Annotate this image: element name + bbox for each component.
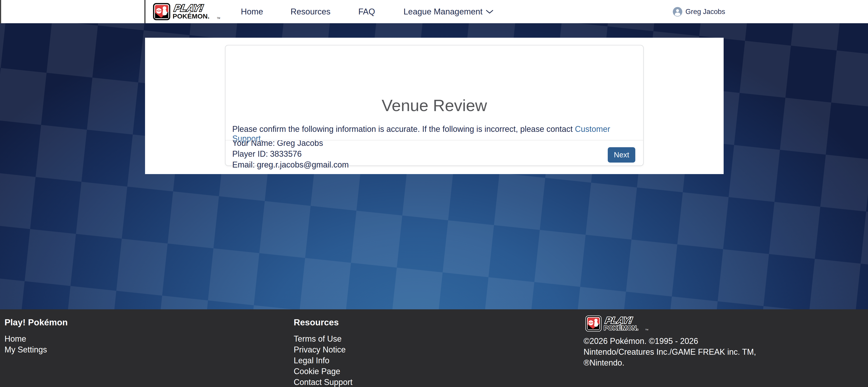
nav-item-resources[interactable]: Resources (290, 0, 331, 23)
field-your-name: Your Name:Greg Jacobs (232, 138, 349, 149)
nav-item-home[interactable]: Home (241, 0, 263, 23)
footer-resources-heading: Resources (294, 318, 339, 327)
confirmation-text-before: Please confirm the following information… (232, 124, 575, 134)
copyright-line-3: ®Nintendo. (584, 357, 756, 368)
footer-play-pokemon-logo-art: PLAY! POKÉMON. TM (584, 315, 650, 332)
field-email-label: Email: (232, 160, 255, 169)
venue-review-card: Venue Review Please confirm the followin… (225, 45, 644, 166)
svg-text:TM: TM (217, 17, 220, 20)
play-pokemon-logo[interactable]: PLAY! POKÉMON. TM (153, 3, 220, 21)
player-info-list: Your Name:Greg Jacobs Player ID:3833576 … (232, 138, 349, 170)
nav-item-faq[interactable]: FAQ (358, 0, 375, 23)
card-footer-divider (225, 140, 643, 140)
footer-play-pokemon-logo: PLAY! POKÉMON. TM (584, 315, 650, 333)
top-navigation-bar: PLAY! POKÉMON. TM Home Resources FAQ Lea… (0, 0, 868, 23)
nav-item-league-management[interactable]: League Management (403, 0, 493, 23)
footer-link-home[interactable]: Home (4, 333, 47, 344)
nav-item-league-management-label: League Management (403, 7, 483, 17)
page-footer: Play! Pokémon Home My Settings Resources… (0, 309, 868, 387)
footer-link-my-settings[interactable]: My Settings (4, 344, 47, 355)
next-button[interactable]: Next (608, 147, 635, 163)
field-email-value: greg.r.jacobs@gmail.com (257, 160, 349, 169)
footer-brand-heading: Play! Pokémon (4, 318, 68, 327)
svg-text:PLAY!: PLAY! (174, 3, 204, 13)
footer-link-terms-of-use[interactable]: Terms of Use (294, 333, 352, 344)
svg-text:POKÉMON.: POKÉMON. (604, 324, 638, 331)
footer-link-contact-support[interactable]: Contact Support (294, 377, 352, 387)
window-edge-line (0, 0, 1, 23)
field-email: Email:greg.r.jacobs@gmail.com (232, 159, 349, 170)
field-player-id: Player ID:3833576 (232, 149, 349, 159)
field-player-id-value: 3833576 (270, 149, 302, 159)
user-name: Greg Jacobs (685, 8, 725, 16)
svg-text:PLAY!: PLAY! (604, 315, 633, 325)
page: PLAY! POKÉMON. TM Home Resources FAQ Lea… (0, 0, 868, 387)
user-account-menu[interactable]: Greg Jacobs (673, 0, 725, 23)
footer-link-cookie-page[interactable]: Cookie Page (294, 366, 352, 377)
frame-edge-line (144, 0, 146, 23)
chevron-down-icon (486, 9, 493, 14)
copyright-line-1: ©2026 Pokémon. ©1995 - 2026 (584, 336, 756, 347)
copyright-line-2: Nintendo/Creatures Inc./GAME FREAK inc. … (584, 347, 756, 357)
svg-text:TM: TM (645, 328, 648, 331)
user-avatar-icon (673, 7, 682, 17)
page-title: Venue Review (225, 96, 643, 115)
footer-link-privacy-notice[interactable]: Privacy Notice (294, 344, 352, 355)
copyright-text: ©2026 Pokémon. ©1995 - 2026 Nintendo/Cre… (584, 336, 756, 368)
field-player-id-label: Player ID: (232, 149, 268, 159)
footer-link-legal-info[interactable]: Legal Info (294, 355, 352, 366)
play-pokemon-logo-art: PLAY! POKÉMON. TM (153, 3, 220, 21)
svg-text:POKÉMON.: POKÉMON. (173, 12, 210, 20)
